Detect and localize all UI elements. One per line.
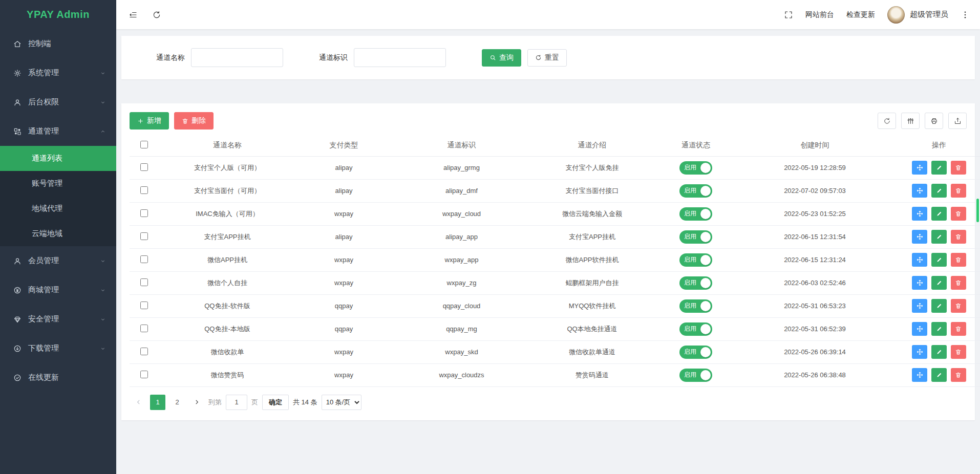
- edit-row-button[interactable]: [931, 276, 947, 290]
- channel-code-input[interactable]: [354, 48, 446, 67]
- move-row-button[interactable]: [912, 207, 927, 221]
- delete-row-button[interactable]: [951, 368, 966, 382]
- sidebar-item-channel-list[interactable]: 通道列表: [0, 146, 116, 171]
- edit-row-button[interactable]: [931, 345, 947, 359]
- sidebar-item-label: 下载管理: [28, 343, 100, 353]
- row-checkbox[interactable]: [140, 255, 148, 263]
- check-update-link[interactable]: 检查更新: [846, 10, 875, 19]
- edit-row-button[interactable]: [931, 368, 947, 382]
- delete-row-button[interactable]: [951, 184, 966, 198]
- query-button[interactable]: 查询: [482, 49, 521, 67]
- sidebar-item-downloads[interactable]: 下载管理: [0, 334, 116, 363]
- edit-row-button[interactable]: [931, 322, 947, 336]
- delete-row-button[interactable]: [951, 276, 966, 290]
- row-checkbox[interactable]: [140, 301, 148, 309]
- row-checkbox[interactable]: [140, 163, 148, 171]
- status-toggle[interactable]: 启用: [679, 161, 712, 175]
- status-toggle[interactable]: 启用: [679, 346, 712, 359]
- delete-row-button[interactable]: [951, 161, 966, 175]
- row-checkbox[interactable]: [140, 278, 148, 286]
- created-time: 2022-05-19 12:28:59: [739, 156, 890, 179]
- goto-page-input[interactable]: [226, 395, 247, 410]
- reset-button[interactable]: 重置: [527, 49, 567, 67]
- row-checkbox[interactable]: [140, 186, 148, 194]
- delete-button[interactable]: 删除: [174, 112, 214, 130]
- pencil-icon: [936, 372, 943, 378]
- sidebar-item-online-update[interactable]: 在线更新: [0, 363, 116, 392]
- edit-row-button[interactable]: [931, 184, 947, 198]
- edit-row-button[interactable]: [931, 253, 947, 267]
- status-toggle[interactable]: 启用: [679, 253, 712, 267]
- delete-row-button[interactable]: [951, 207, 966, 221]
- select-all-checkbox[interactable]: [140, 141, 148, 148]
- chevron-down-icon: [100, 316, 106, 322]
- collapse-sidebar-button[interactable]: [129, 10, 138, 19]
- refresh-page-button[interactable]: [152, 10, 161, 19]
- delete-row-button[interactable]: [951, 299, 966, 313]
- page-button-2[interactable]: 2: [169, 395, 185, 410]
- sidebar-item-mall[interactable]: 商城管理: [0, 275, 116, 305]
- edit-row-button[interactable]: [931, 230, 947, 244]
- add-button[interactable]: 新增: [130, 112, 169, 130]
- move-row-button[interactable]: [912, 230, 927, 244]
- sidebar-item-system[interactable]: 系统管理: [0, 58, 116, 88]
- row-checkbox[interactable]: [140, 325, 148, 332]
- user-menu[interactable]: 超级管理员: [887, 6, 948, 24]
- sidebar-item-security[interactable]: 安全管理: [0, 305, 116, 334]
- refresh-table-button[interactable]: [878, 113, 896, 129]
- move-row-button[interactable]: [912, 276, 927, 290]
- status-toggle[interactable]: 启用: [679, 230, 712, 244]
- export-button[interactable]: [948, 113, 967, 129]
- channel-code: wxpay_cloudzs: [391, 363, 532, 386]
- edit-row-button[interactable]: [931, 207, 947, 221]
- scrollbar-thumb[interactable]: [976, 199, 979, 222]
- move-row-button[interactable]: [912, 161, 927, 175]
- delete-row-button[interactable]: [951, 253, 966, 267]
- delete-row-button[interactable]: [951, 322, 966, 336]
- prev-page-button[interactable]: [131, 395, 146, 410]
- column-filter-button[interactable]: [901, 113, 920, 129]
- status-toggle[interactable]: 启用: [679, 207, 712, 221]
- status-toggle[interactable]: 启用: [679, 299, 712, 313]
- sidebar-item-cloud-region[interactable]: 云端地域: [0, 221, 116, 246]
- move-row-button[interactable]: [912, 322, 927, 336]
- confirm-page-button[interactable]: 确定: [262, 395, 289, 410]
- channel-code: alipay_grmg: [391, 156, 532, 179]
- status-toggle[interactable]: 启用: [679, 276, 712, 290]
- sidebar-item-console[interactable]: 控制端: [0, 29, 116, 58]
- page-button-1[interactable]: 1: [150, 395, 165, 410]
- row-checkbox[interactable]: [140, 209, 148, 217]
- gem-icon: [13, 315, 22, 324]
- status-toggle[interactable]: 启用: [679, 369, 712, 382]
- more-menu-button[interactable]: [961, 10, 970, 19]
- delete-row-button[interactable]: [951, 345, 966, 359]
- toggle-knob: [700, 324, 711, 334]
- move-icon: [917, 164, 923, 171]
- row-checkbox[interactable]: [140, 348, 148, 355]
- row-checkbox[interactable]: [140, 232, 148, 240]
- channel-name-input[interactable]: [191, 48, 283, 67]
- edit-row-button[interactable]: [931, 299, 947, 313]
- check-circle-icon: [13, 374, 22, 382]
- move-row-button[interactable]: [912, 368, 927, 382]
- channel-code: qqpay_mg: [391, 317, 532, 340]
- fullscreen-button[interactable]: [784, 10, 793, 19]
- frontend-link[interactable]: 网站前台: [805, 10, 834, 19]
- row-checkbox[interactable]: [140, 371, 148, 378]
- move-row-button[interactable]: [912, 345, 927, 359]
- move-row-button[interactable]: [912, 184, 927, 198]
- move-row-button[interactable]: [912, 299, 927, 313]
- sidebar-item-members[interactable]: 会员管理: [0, 246, 116, 275]
- sidebar-item-account-mgmt[interactable]: 账号管理: [0, 171, 116, 196]
- delete-row-button[interactable]: [951, 230, 966, 244]
- print-button[interactable]: [925, 113, 943, 129]
- sidebar-item-channels[interactable]: 通道管理: [0, 117, 116, 146]
- move-row-button[interactable]: [912, 253, 927, 267]
- next-page-button[interactable]: [189, 395, 204, 410]
- status-toggle[interactable]: 启用: [679, 184, 712, 198]
- status-toggle[interactable]: 启用: [679, 322, 712, 336]
- edit-row-button[interactable]: [931, 161, 947, 175]
- sidebar-item-region-agent[interactable]: 地域代理: [0, 196, 116, 221]
- sidebar-item-permissions[interactable]: 后台权限: [0, 88, 116, 117]
- page-size-select[interactable]: 10 条/页: [322, 395, 361, 410]
